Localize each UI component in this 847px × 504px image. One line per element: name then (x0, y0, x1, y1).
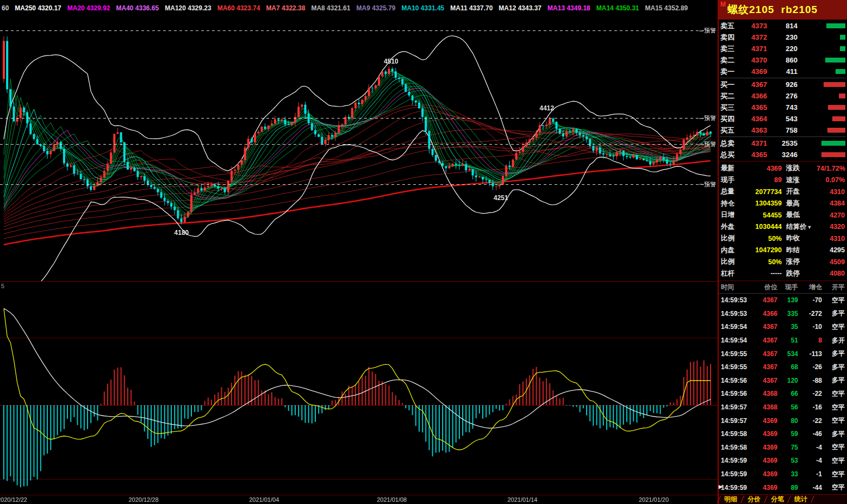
ask-row[interactable]: 卖四4372230 (719, 32, 847, 43)
bid-row[interactable]: 买二4366276 (719, 90, 847, 102)
instrument-header[interactable]: M 螺纹2105 rb2105 (719, 0, 847, 20)
stat-label: 昨结 (786, 246, 817, 255)
x-axis-date-label: 2021/01/08 (377, 496, 407, 503)
book-level-label: 买一 (720, 80, 739, 90)
book-price: 4370 (739, 56, 767, 64)
ask-row[interactable]: 卖二4370860 (719, 54, 847, 66)
tick-row: 14:59:564367120-88多平 (721, 374, 845, 388)
bid-row[interactable]: 买四4364543 (719, 113, 847, 125)
book-price: 4365 (739, 103, 767, 111)
chart-column: 60MA250 4320.17MA20 4329.92MA40 4336.65M… (0, 0, 718, 504)
tick-position-change: 8 (798, 337, 822, 344)
total-row[interactable]: 总买43653246 (719, 149, 847, 160)
tick-volume: 120 (777, 377, 798, 384)
book-price: 4369 (739, 67, 767, 76)
tick-open-close-flag: 空平 (822, 456, 845, 465)
tick-row: 14:59:59436953-4空平 (721, 454, 845, 468)
bid-row[interactable]: 买一4367926 (719, 79, 847, 90)
stat-value: 4369 (740, 165, 782, 172)
book-volume-bar (825, 58, 845, 63)
tick-volume: 35 (777, 323, 798, 331)
stat-value: 4320 (817, 223, 845, 231)
book-bar-box (798, 82, 845, 87)
tab-2[interactable]: 分笔 (766, 495, 789, 504)
bid-row[interactable]: 买五4363758 (719, 125, 847, 136)
book-volume-bar (832, 116, 845, 121)
book-volume-bar (840, 46, 845, 51)
tab-3[interactable]: 统计 (789, 495, 812, 504)
stats-grid: 最新4369涨跌74/1.72%现手89速涨0.07%总量2077734开盘43… (719, 161, 847, 281)
tick-position-change: -4 (798, 457, 822, 464)
tick-open-close-flag: 空平 (822, 403, 845, 412)
book-bar-box (798, 69, 845, 74)
stat-value: 4295 (817, 246, 845, 254)
ma-indicator-value: MA40 4336.65 (116, 4, 159, 12)
book-volume: 230 (767, 33, 798, 41)
tick-position-change: -272 (798, 310, 822, 318)
tick-position-change: -113 (798, 350, 822, 358)
book-volume: 2535 (767, 139, 798, 147)
tick-position-change: -10 (798, 323, 822, 331)
tab-0[interactable]: 明细 (719, 495, 742, 504)
tick-volume: 335 (777, 310, 798, 318)
macd-chart-canvas[interactable] (0, 282, 718, 495)
tab-1[interactable]: 分价 (743, 495, 765, 504)
book-level-label: 买三 (720, 103, 739, 113)
tick-volume: 56 (777, 403, 798, 411)
stat-label: 比例 (721, 234, 740, 243)
book-volume-bar (828, 105, 845, 110)
tick-position-change: -44 (798, 484, 822, 491)
book-level-label: 卖四 (720, 33, 739, 42)
tick-price: 4367 (753, 377, 777, 384)
tick-time: 14:59:55 (721, 363, 753, 371)
stat-value: 1047290 (740, 246, 782, 254)
tick-price: 4369 (753, 484, 777, 491)
ma-indicator-value: MA20 4329.92 (67, 4, 110, 12)
tick-open-close-flag: 多平 (822, 363, 845, 372)
tick-open-close-flag: 空平 (822, 296, 845, 305)
ma-indicator-value: MA9 4325.79 (356, 4, 395, 12)
bid-row[interactable]: 买三4365743 (719, 102, 847, 113)
tick-time: 14:59:56 (721, 377, 753, 384)
tick-time: 14:59:53 (721, 296, 753, 304)
settlement-dropdown[interactable]: 结算价▼ (786, 222, 817, 232)
book-volume: 543 (767, 115, 798, 123)
ask-row[interactable]: 卖一4369411 (719, 66, 847, 77)
tick-open-close-flag: 多平 (822, 376, 845, 385)
tick-price: 4367 (753, 337, 777, 344)
ma-indicator-value: MA15 4352.89 (645, 4, 688, 12)
tick-row: 14:59:57436856-16空平 (721, 401, 845, 414)
tick-time: 14:59:54 (721, 337, 753, 344)
ma-indicator-value: MA250 4320.17 (15, 4, 61, 12)
tick-open-close-flag: 多平 (822, 349, 845, 358)
tick-open-close-flag: 空平 (822, 389, 845, 399)
tick-row: 14:59:58436959-46多平 (721, 427, 845, 441)
tick-row: 14:59:56436866-22空平 (721, 387, 845, 401)
tick-time: 14:59:59 (721, 470, 753, 478)
ask-row[interactable]: 卖五4373814 (719, 20, 847, 32)
ask-row[interactable]: 卖三4371220 (719, 43, 847, 54)
tick-volume: 89 (777, 484, 798, 491)
book-bar-box (798, 94, 845, 98)
stat-label: 最低 (786, 210, 817, 220)
ma-indicator-value: MA7 4322.38 (266, 4, 305, 12)
stat-label: 现手 (721, 176, 740, 185)
stat-value: 4509 (817, 258, 845, 266)
stat-value: 4080 (817, 270, 845, 277)
tick-time: 14:59:58 (721, 430, 753, 438)
book-volume-bar (824, 82, 845, 87)
macd-scale-label: 5 (1, 283, 4, 289)
tick-column-header: 时间 (721, 283, 753, 292)
book-level-label: 卖二 (720, 55, 739, 65)
tick-position-change: -26 (798, 363, 822, 371)
tick-open-close-flag: 多开 (822, 336, 845, 345)
stat-row: 比例50%涨停4509 (721, 256, 845, 268)
current-tick-marker-icon: ▶ (719, 484, 723, 489)
tick-row: 14:59:55436768-26多平 (721, 360, 845, 374)
ma-bar: 60MA250 4320.17MA20 4329.92MA40 4336.65M… (0, 0, 718, 16)
stat-label: 比例 (721, 257, 740, 266)
main-price-chart-canvas[interactable] (0, 16, 718, 281)
total-row[interactable]: 总卖43712535 (719, 138, 847, 149)
book-volume: 758 (767, 126, 798, 134)
tick-price: 4368 (753, 390, 777, 397)
